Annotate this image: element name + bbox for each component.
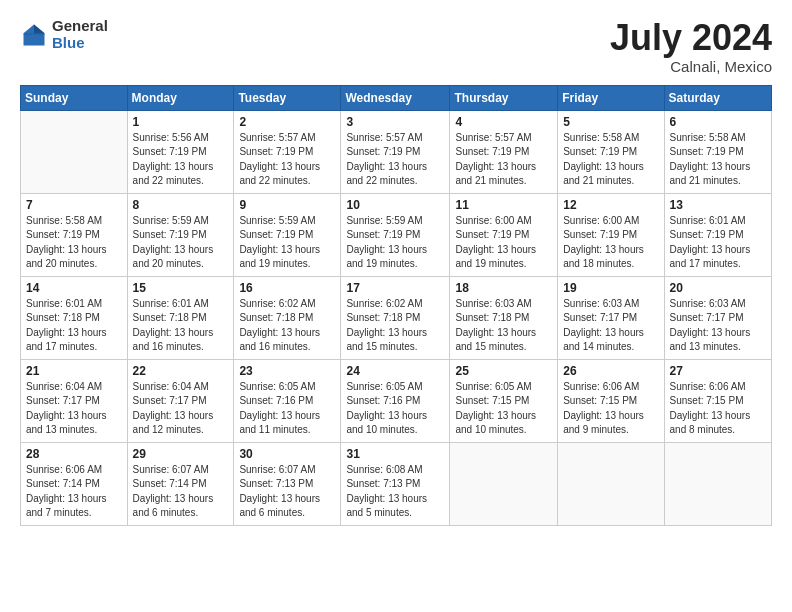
day-info: Sunrise: 6:06 AMSunset: 7:15 PMDaylight:… [563,380,658,438]
day-info: Sunrise: 6:04 AMSunset: 7:17 PMDaylight:… [26,380,122,438]
day-cell: 16Sunrise: 6:02 AMSunset: 7:18 PMDayligh… [234,276,341,359]
day-cell: 10Sunrise: 5:59 AMSunset: 7:19 PMDayligh… [341,193,450,276]
day-info: Sunrise: 5:58 AMSunset: 7:19 PMDaylight:… [670,131,766,189]
day-cell: 20Sunrise: 6:03 AMSunset: 7:17 PMDayligh… [664,276,771,359]
day-info: Sunrise: 5:56 AMSunset: 7:19 PMDaylight:… [133,131,229,189]
day-info: Sunrise: 6:02 AMSunset: 7:18 PMDaylight:… [346,297,444,355]
day-number: 8 [133,198,229,212]
day-cell: 3Sunrise: 5:57 AMSunset: 7:19 PMDaylight… [341,110,450,193]
header-saturday: Saturday [664,85,771,110]
logo-blue: Blue [52,35,108,52]
week-row-1: 1Sunrise: 5:56 AMSunset: 7:19 PMDaylight… [21,110,772,193]
day-number: 30 [239,447,335,461]
day-cell: 13Sunrise: 6:01 AMSunset: 7:19 PMDayligh… [664,193,771,276]
day-number: 24 [346,364,444,378]
day-cell: 18Sunrise: 6:03 AMSunset: 7:18 PMDayligh… [450,276,558,359]
day-cell: 4Sunrise: 5:57 AMSunset: 7:19 PMDaylight… [450,110,558,193]
day-cell: 5Sunrise: 5:58 AMSunset: 7:19 PMDaylight… [558,110,664,193]
day-info: Sunrise: 6:04 AMSunset: 7:17 PMDaylight:… [133,380,229,438]
week-row-3: 14Sunrise: 6:01 AMSunset: 7:18 PMDayligh… [21,276,772,359]
day-cell: 25Sunrise: 6:05 AMSunset: 7:15 PMDayligh… [450,359,558,442]
day-number: 3 [346,115,444,129]
day-number: 13 [670,198,766,212]
day-cell: 12Sunrise: 6:00 AMSunset: 7:19 PMDayligh… [558,193,664,276]
day-number: 15 [133,281,229,295]
day-info: Sunrise: 5:58 AMSunset: 7:19 PMDaylight:… [563,131,658,189]
logo: General Blue [20,18,108,51]
logo-general: General [52,18,108,35]
day-info: Sunrise: 6:00 AMSunset: 7:19 PMDaylight:… [563,214,658,272]
day-info: Sunrise: 5:57 AMSunset: 7:19 PMDaylight:… [455,131,552,189]
week-row-5: 28Sunrise: 6:06 AMSunset: 7:14 PMDayligh… [21,442,772,525]
title-month: July 2024 [610,18,772,58]
day-number: 26 [563,364,658,378]
day-cell: 30Sunrise: 6:07 AMSunset: 7:13 PMDayligh… [234,442,341,525]
day-number: 11 [455,198,552,212]
day-info: Sunrise: 6:05 AMSunset: 7:16 PMDaylight:… [346,380,444,438]
day-info: Sunrise: 6:05 AMSunset: 7:15 PMDaylight:… [455,380,552,438]
day-info: Sunrise: 6:07 AMSunset: 7:14 PMDaylight:… [133,463,229,521]
day-cell: 15Sunrise: 6:01 AMSunset: 7:18 PMDayligh… [127,276,234,359]
header-wednesday: Wednesday [341,85,450,110]
day-cell: 21Sunrise: 6:04 AMSunset: 7:17 PMDayligh… [21,359,128,442]
day-cell: 19Sunrise: 6:03 AMSunset: 7:17 PMDayligh… [558,276,664,359]
week-row-4: 21Sunrise: 6:04 AMSunset: 7:17 PMDayligh… [21,359,772,442]
day-cell: 1Sunrise: 5:56 AMSunset: 7:19 PMDaylight… [127,110,234,193]
day-cell: 27Sunrise: 6:06 AMSunset: 7:15 PMDayligh… [664,359,771,442]
page: General Blue July 2024 Calnali, Mexico S… [0,0,792,612]
day-cell: 6Sunrise: 5:58 AMSunset: 7:19 PMDaylight… [664,110,771,193]
day-number: 4 [455,115,552,129]
day-number: 17 [346,281,444,295]
header: General Blue July 2024 Calnali, Mexico [20,18,772,75]
day-info: Sunrise: 5:57 AMSunset: 7:19 PMDaylight:… [346,131,444,189]
day-number: 5 [563,115,658,129]
day-info: Sunrise: 5:59 AMSunset: 7:19 PMDaylight:… [346,214,444,272]
day-number: 23 [239,364,335,378]
day-number: 25 [455,364,552,378]
header-thursday: Thursday [450,85,558,110]
day-number: 22 [133,364,229,378]
day-cell: 29Sunrise: 6:07 AMSunset: 7:14 PMDayligh… [127,442,234,525]
day-number: 2 [239,115,335,129]
day-number: 1 [133,115,229,129]
day-number: 20 [670,281,766,295]
day-info: Sunrise: 5:57 AMSunset: 7:19 PMDaylight:… [239,131,335,189]
logo-icon [20,21,48,49]
day-cell: 14Sunrise: 6:01 AMSunset: 7:18 PMDayligh… [21,276,128,359]
day-number: 19 [563,281,658,295]
day-info: Sunrise: 6:03 AMSunset: 7:18 PMDaylight:… [455,297,552,355]
day-info: Sunrise: 6:03 AMSunset: 7:17 PMDaylight:… [563,297,658,355]
day-number: 21 [26,364,122,378]
day-number: 6 [670,115,766,129]
header-sunday: Sunday [21,85,128,110]
calendar: Sunday Monday Tuesday Wednesday Thursday… [20,85,772,526]
title-location: Calnali, Mexico [610,58,772,75]
day-cell: 28Sunrise: 6:06 AMSunset: 7:14 PMDayligh… [21,442,128,525]
day-number: 10 [346,198,444,212]
header-tuesday: Tuesday [234,85,341,110]
day-number: 29 [133,447,229,461]
header-monday: Monday [127,85,234,110]
svg-rect-2 [24,33,45,35]
day-number: 31 [346,447,444,461]
day-cell [558,442,664,525]
day-cell: 7Sunrise: 5:58 AMSunset: 7:19 PMDaylight… [21,193,128,276]
day-number: 12 [563,198,658,212]
day-info: Sunrise: 6:05 AMSunset: 7:16 PMDaylight:… [239,380,335,438]
day-number: 27 [670,364,766,378]
logo-text: General Blue [52,18,108,51]
week-row-2: 7Sunrise: 5:58 AMSunset: 7:19 PMDaylight… [21,193,772,276]
day-cell [21,110,128,193]
svg-marker-1 [34,24,45,33]
day-cell: 17Sunrise: 6:02 AMSunset: 7:18 PMDayligh… [341,276,450,359]
day-info: Sunrise: 6:02 AMSunset: 7:18 PMDaylight:… [239,297,335,355]
day-info: Sunrise: 6:01 AMSunset: 7:19 PMDaylight:… [670,214,766,272]
day-cell: 9Sunrise: 5:59 AMSunset: 7:19 PMDaylight… [234,193,341,276]
day-cell: 2Sunrise: 5:57 AMSunset: 7:19 PMDaylight… [234,110,341,193]
day-cell: 31Sunrise: 6:08 AMSunset: 7:13 PMDayligh… [341,442,450,525]
day-number: 16 [239,281,335,295]
day-cell: 26Sunrise: 6:06 AMSunset: 7:15 PMDayligh… [558,359,664,442]
day-cell: 23Sunrise: 6:05 AMSunset: 7:16 PMDayligh… [234,359,341,442]
day-info: Sunrise: 6:08 AMSunset: 7:13 PMDaylight:… [346,463,444,521]
day-cell [450,442,558,525]
